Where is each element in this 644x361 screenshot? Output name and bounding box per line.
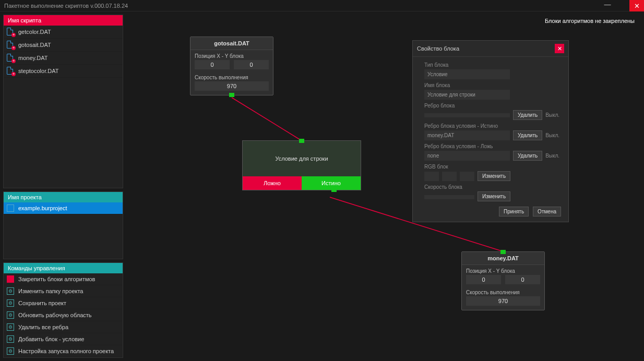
condition-false[interactable]: Ложно bbox=[243, 176, 302, 190]
node-money[interactable]: money.DAT Позиция X - Y блока 0 0 Скорос… bbox=[461, 251, 545, 310]
node-gotosait[interactable]: gotosait.DAT Позиция X - Y блока 0 0 Ско… bbox=[190, 37, 273, 95]
dialog-title: Свойство блока bbox=[417, 45, 459, 52]
gear-icon: ⚙ bbox=[7, 287, 14, 295]
port-out[interactable] bbox=[229, 93, 234, 97]
commands-panel: Команды управления Закрепить блоки алгор… bbox=[3, 262, 123, 358]
scripts-panel: Имя скрипта + getcolor.DAT + gotosait.DA… bbox=[3, 15, 123, 188]
node-speed[interactable]: 970 bbox=[195, 81, 269, 91]
file-add-icon: + bbox=[7, 41, 14, 49]
block-name-input[interactable]: Условие для строки bbox=[424, 90, 510, 100]
field-label: Скорость блока bbox=[424, 184, 561, 190]
delete-button[interactable]: Удалить bbox=[513, 130, 542, 140]
project-name: example.burproject bbox=[18, 205, 67, 211]
node-pos-x[interactable]: 0 bbox=[195, 60, 230, 69]
port-out-true[interactable] bbox=[331, 188, 337, 192]
window-controls: — ✕ bbox=[600, 0, 644, 11]
script-item[interactable]: + money.DAT bbox=[4, 52, 123, 65]
node-pos-x[interactable]: 0 bbox=[466, 275, 501, 284]
file-add-icon: + bbox=[7, 28, 14, 36]
gear-icon: ⚙ bbox=[7, 323, 14, 331]
script-item[interactable]: + gotosait.DAT bbox=[4, 39, 123, 52]
off-label: Выкл. bbox=[545, 133, 559, 138]
file-add-icon: + bbox=[7, 67, 14, 75]
scripts-header: Имя скрипта bbox=[4, 15, 123, 26]
script-name: gotosait.DAT bbox=[18, 42, 51, 48]
delete-button[interactable]: Удалить bbox=[513, 110, 542, 120]
projects-header: Имя проекта bbox=[4, 192, 123, 202]
project-icon bbox=[7, 204, 14, 212]
gear-icon: ⚙ bbox=[7, 347, 14, 355]
field-label: Ребро блока условия - Ложь bbox=[424, 143, 561, 149]
change-button[interactable]: Изменить bbox=[478, 171, 510, 181]
gear-icon: ⚙ bbox=[7, 335, 14, 343]
field-label: RGB блок bbox=[424, 164, 561, 170]
pin-icon bbox=[7, 275, 14, 283]
node-speed-label: Скорость выполнения bbox=[462, 286, 544, 296]
window-title: Пакетное выполнение скриптов v.000.07.18… bbox=[4, 3, 128, 9]
field-label: Имя блока bbox=[424, 82, 561, 88]
block-type-input[interactable]: Условие bbox=[424, 69, 510, 79]
accept-button[interactable]: Принять bbox=[499, 207, 529, 216]
port-in[interactable] bbox=[299, 139, 304, 143]
script-name: money.DAT bbox=[18, 55, 47, 61]
field-label: Ребро блока условия - Истино bbox=[424, 123, 561, 129]
node-pos-label: Позиция X - Y блока bbox=[462, 265, 544, 275]
script-item[interactable]: + getcolor.DAT bbox=[4, 26, 123, 39]
node-speed-label: Скорость выполнения bbox=[190, 71, 273, 81]
maximize-button[interactable] bbox=[615, 0, 629, 11]
close-button[interactable]: ✕ bbox=[629, 0, 644, 11]
minimize-button[interactable]: — bbox=[600, 0, 615, 11]
commands-header: Команды управления bbox=[4, 263, 123, 273]
cancel-button[interactable]: Отмена bbox=[533, 207, 561, 216]
gear-icon: ⚙ bbox=[7, 299, 14, 307]
projects-panel: Имя проекта example.burproject bbox=[3, 191, 123, 259]
project-item[interactable]: example.burproject bbox=[4, 202, 123, 214]
script-name: steptocolor.DAT bbox=[18, 68, 58, 74]
properties-dialog[interactable]: Свойство блока ✕ Тип блока Условие Имя б… bbox=[412, 40, 569, 222]
command-run-settings[interactable]: ⚙Настройка запуска полного проекта bbox=[4, 345, 123, 357]
off-label: Выкл. bbox=[545, 112, 559, 118]
block-speed-input[interactable] bbox=[424, 195, 474, 199]
node-speed[interactable]: 970 bbox=[466, 296, 540, 306]
command-save-project[interactable]: ⚙Сохранить проект bbox=[4, 297, 123, 309]
port-in[interactable] bbox=[500, 250, 506, 254]
change-button[interactable]: Изменить bbox=[478, 191, 510, 201]
sidebar: Имя скрипта + getcolor.DAT + gotosait.DA… bbox=[0, 11, 126, 361]
delete-button[interactable]: Удалить bbox=[513, 151, 542, 161]
node-pos-label: Позиция X - Y блока bbox=[190, 50, 273, 60]
file-add-icon: + bbox=[7, 54, 14, 62]
svg-line-0 bbox=[232, 98, 301, 140]
field-label: Ребро блока bbox=[424, 103, 561, 109]
canvas[interactable]: Блоки алгоритмов не закреплены gotosait.… bbox=[126, 11, 644, 361]
rgb-g-input[interactable] bbox=[442, 172, 457, 181]
rgb-r-input[interactable] bbox=[424, 172, 439, 181]
script-name: getcolor.DAT bbox=[18, 29, 51, 35]
off-label: Выкл. bbox=[545, 153, 559, 159]
command-delete-edges[interactable]: ⚙Удалить все ребра bbox=[4, 321, 123, 333]
block-edge-true-input[interactable]: money.DAT bbox=[424, 130, 510, 140]
node-condition[interactable]: Условие для строки Ложно Истино bbox=[242, 140, 361, 190]
command-pin-blocks[interactable]: Закрепить блоки алгоритмов bbox=[4, 273, 123, 285]
node-pos-y[interactable]: 0 bbox=[234, 60, 269, 69]
command-add-condition[interactable]: ⚙Добавить блок - условие bbox=[4, 333, 123, 345]
block-edge-input[interactable] bbox=[424, 113, 510, 117]
command-change-folder[interactable]: ⚙Изменить папку проекта bbox=[4, 285, 123, 297]
titlebar: Пакетное выполнение скриптов v.000.07.18… bbox=[0, 0, 644, 11]
gear-icon: ⚙ bbox=[7, 311, 14, 319]
rgb-b-input[interactable] bbox=[460, 172, 474, 181]
field-label: Тип блока bbox=[424, 62, 561, 68]
command-refresh-workspace[interactable]: ⚙Обновить рабочую область bbox=[4, 309, 123, 321]
condition-title: Условие для строки bbox=[243, 141, 361, 176]
block-edge-false-input[interactable]: none bbox=[424, 151, 510, 161]
node-title: gotosait.DAT bbox=[190, 37, 273, 50]
canvas-status: Блоки алгоритмов не закреплены bbox=[545, 18, 635, 24]
dialog-close-button[interactable]: ✕ bbox=[555, 44, 564, 53]
script-item[interactable]: + steptocolor.DAT bbox=[4, 65, 123, 78]
node-pos-y[interactable]: 0 bbox=[505, 275, 540, 284]
